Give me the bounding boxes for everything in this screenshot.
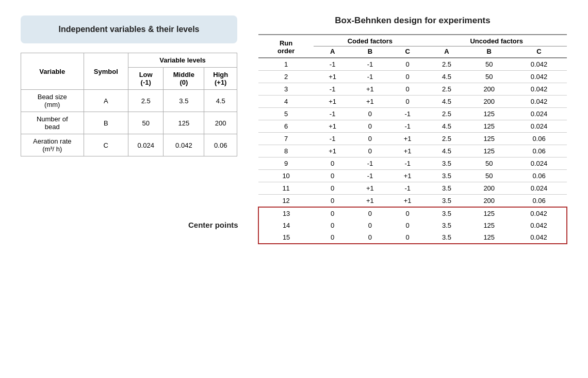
uncoded-c-cell: 0.042 (511, 231, 567, 244)
uncoded-c-cell: 0.024 (511, 108, 567, 120)
run-cell: 6 (258, 120, 314, 133)
uncoded-c-cell: 0.06 (511, 145, 567, 158)
table-row: 7 -1 0 +1 2.5 125 0.06 (258, 133, 567, 145)
var-col-header: Variable (21, 53, 84, 90)
low-header: Low(-1) (128, 68, 164, 90)
run-cell: 9 (258, 158, 314, 170)
table-row: 12 0 +1 +1 3.5 200 0.06 (258, 195, 567, 208)
left-title-box: Independent variables & their levels (21, 15, 237, 43)
run-cell: 14 (258, 219, 314, 231)
center-points-label: Center points (188, 220, 238, 229)
uncoded-a-cell: 3.5 (427, 182, 467, 195)
high-cell: 0.06 (204, 134, 237, 156)
coded-factors-header: Coded factors (314, 35, 426, 46)
middle-header: Middle(0) (164, 68, 204, 90)
coded-c-cell: 0 (389, 71, 427, 83)
uncoded-c-cell: 0.024 (511, 120, 567, 133)
run-cell: 3 (258, 83, 314, 96)
coded-c-cell: +1 (389, 145, 427, 158)
uncoded-b-cell: 125 (467, 133, 511, 145)
uncoded-c-cell: 0.06 (511, 170, 567, 182)
coded-c-header: C (389, 46, 427, 58)
coded-c-cell: -1 (389, 182, 427, 195)
uncoded-b-cell: 125 (467, 207, 511, 219)
uncoded-c-cell: 0.06 (511, 133, 567, 145)
coded-b-cell: -1 (351, 170, 389, 182)
coded-b-cell: +1 (351, 195, 389, 208)
uncoded-a-cell: 2.5 (427, 83, 467, 96)
variable-cell: Bead size(mm) (21, 90, 84, 112)
uncoded-b-cell: 200 (467, 182, 511, 195)
coded-a-cell: -1 (314, 83, 351, 96)
coded-b-header: B (351, 46, 389, 58)
run-cell: 5 (258, 108, 314, 120)
uncoded-b-cell: 50 (467, 58, 511, 71)
middle-cell: 125 (164, 112, 204, 134)
uncoded-b-cell: 200 (467, 195, 511, 208)
middle-cell: 0.042 (164, 134, 204, 156)
page-container: Independent variables & their levels Var… (21, 15, 567, 244)
run-cell: 13 (258, 207, 314, 219)
coded-c-cell: -1 (389, 120, 427, 133)
middle-cell: 3.5 (164, 90, 204, 112)
uncoded-b-cell: 200 (467, 96, 511, 108)
table-row: 9 0 -1 -1 3.5 50 0.024 (258, 158, 567, 170)
left-title: Independent variables & their levels (33, 25, 225, 34)
table-row: 13 0 0 0 3.5 125 0.042 (258, 207, 567, 219)
uncoded-c-cell: 0.06 (511, 195, 567, 208)
coded-b-cell: 0 (351, 207, 389, 219)
coded-b-cell: -1 (351, 158, 389, 170)
coded-a-cell: +1 (314, 120, 351, 133)
coded-a-cell: 0 (314, 158, 351, 170)
uncoded-factors-header: Uncoded factors (427, 35, 567, 46)
uncoded-c-cell: 0.042 (511, 58, 567, 71)
coded-b-cell: 0 (351, 145, 389, 158)
uncoded-c-cell: 0.042 (511, 96, 567, 108)
uncoded-b-cell: 50 (467, 158, 511, 170)
uncoded-b-cell: 50 (467, 71, 511, 83)
coded-b-cell: -1 (351, 71, 389, 83)
high-cell: 200 (204, 112, 237, 134)
coded-a-cell: 0 (314, 170, 351, 182)
uncoded-c-cell: 0.042 (511, 71, 567, 83)
table-row: Number ofbead B 50 125 200 (21, 112, 237, 134)
coded-b-cell: +1 (351, 83, 389, 96)
table-row: 6 +1 0 -1 4.5 125 0.024 (258, 120, 567, 133)
variable-table: Variable Symbol Variable levels Low(-1) … (21, 53, 237, 156)
run-cell: 10 (258, 170, 314, 182)
table-row: 11 0 +1 -1 3.5 200 0.024 (258, 182, 567, 195)
table-row: 8 +1 0 +1 4.5 125 0.06 (258, 145, 567, 158)
uncoded-c-cell: 0.024 (511, 182, 567, 195)
table-row: 15 0 0 0 3.5 125 0.042 (258, 231, 567, 244)
uncoded-a-cell: 3.5 (427, 170, 467, 182)
table-row: 1 -1 -1 0 2.5 50 0.042 (258, 58, 567, 71)
coded-a-cell: -1 (314, 58, 351, 71)
uncoded-a-cell: 4.5 (427, 145, 467, 158)
uncoded-b-header: B (467, 46, 511, 58)
low-cell: 0.024 (128, 134, 164, 156)
table-row: 14 0 0 0 3.5 125 0.042 (258, 219, 567, 231)
uncoded-c-cell: 0.024 (511, 158, 567, 170)
uncoded-a-cell: 2.5 (427, 133, 467, 145)
uncoded-c-cell: 0.042 (511, 219, 567, 231)
uncoded-c-header: C (511, 46, 567, 58)
uncoded-a-cell: 4.5 (427, 71, 467, 83)
coded-a-cell: +1 (314, 96, 351, 108)
coded-b-cell: 0 (351, 231, 389, 244)
coded-a-cell: 0 (314, 231, 351, 244)
coded-b-cell: +1 (351, 182, 389, 195)
run-cell: 15 (258, 231, 314, 244)
coded-b-cell: 0 (351, 108, 389, 120)
symbol-cell: B (84, 112, 128, 134)
right-title: Box-Behnken design for experiments (258, 15, 567, 26)
coded-a-cell: +1 (314, 71, 351, 83)
symbol-cell: A (84, 90, 128, 112)
run-cell: 12 (258, 195, 314, 208)
uncoded-b-cell: 125 (467, 231, 511, 244)
coded-c-cell: -1 (389, 158, 427, 170)
uncoded-a-cell: 2.5 (427, 108, 467, 120)
coded-c-cell: 0 (389, 219, 427, 231)
uncoded-a-header: A (427, 46, 467, 58)
coded-a-cell: 0 (314, 219, 351, 231)
coded-a-cell: -1 (314, 133, 351, 145)
